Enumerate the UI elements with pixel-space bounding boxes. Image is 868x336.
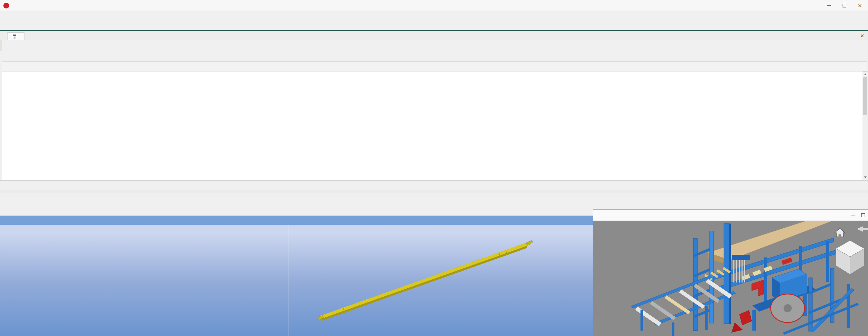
- app-logo-icon: [3, 3, 9, 8]
- menu-bar: [0, 10, 868, 20]
- restore-icon[interactable]: [836, 0, 852, 10]
- group-by-bar[interactable]: [2, 61, 867, 71]
- grafik-panel-title: [0, 193, 868, 203]
- selected-beam-view[interactable]: [289, 225, 593, 336]
- application-window: ✕ ✕: [0, 0, 868, 336]
- dimension-bar: [0, 216, 593, 225]
- roof-structure-view[interactable]: [0, 225, 289, 336]
- bauteile-toolbar: [2, 51, 867, 61]
- table-scrollbar[interactable]: [863, 71, 868, 180]
- close-icon[interactable]: ✕: [852, 0, 868, 10]
- simulation-maximize-icon[interactable]: [858, 210, 868, 220]
- scrollbar-thumb[interactable]: [863, 77, 867, 115]
- simulation-panel: [593, 209, 868, 336]
- minimize-icon[interactable]: [821, 0, 836, 10]
- close-tab-icon[interactable]: ✕: [860, 33, 864, 39]
- title-bar: ✕: [0, 0, 868, 11]
- scroll-up-icon[interactable]: [863, 72, 868, 77]
- tab-bar: ✕: [0, 30, 868, 40]
- simulation-view[interactable]: [593, 221, 868, 336]
- simulation-header: [593, 210, 868, 221]
- 3d-viewport[interactable]: [0, 216, 593, 336]
- simulation-minimize-icon[interactable]: [848, 210, 858, 220]
- bauteile-panel-title: [0, 40, 868, 51]
- window-controls: ✕: [821, 0, 868, 10]
- main-toolbar: [0, 20, 868, 30]
- document-icon: [12, 34, 17, 39]
- horizontal-splitter[interactable]: [0, 190, 868, 193]
- status-bar: [0, 180, 868, 190]
- scroll-down-icon[interactable]: [863, 175, 868, 180]
- parts-table: [2, 71, 863, 180]
